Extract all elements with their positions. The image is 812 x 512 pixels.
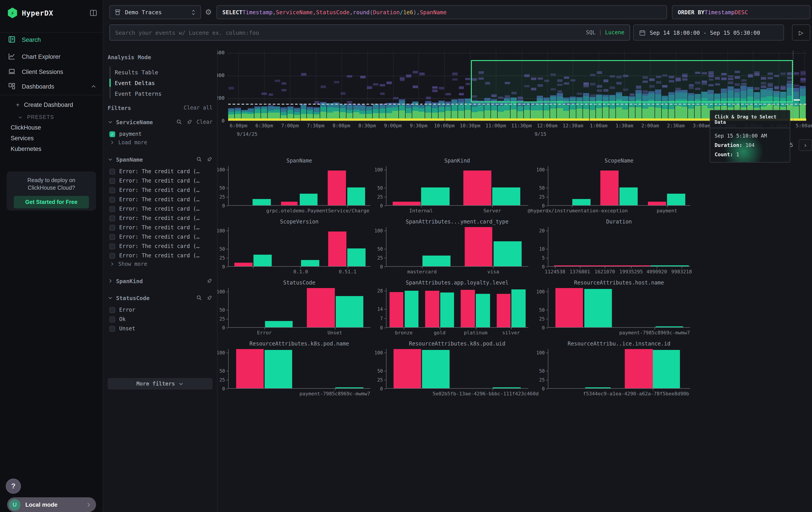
filter-group-name[interactable]: SpanKind	[116, 277, 143, 284]
chart-plot[interactable]	[386, 288, 528, 328]
filter-checkbox-row[interactable]: Error: The credit card (…	[109, 223, 213, 232]
checkbox[interactable]	[109, 307, 115, 313]
heatmap-cell	[452, 78, 458, 81]
filter-checkbox-row[interactable]: Error	[109, 305, 213, 314]
presets-toggle[interactable]: PRESETS	[0, 111, 103, 123]
time-range-picker[interactable]: Sep 14 18:00:00 - Sep 15 05:30:00	[633, 25, 784, 41]
filter-checkbox-row[interactable]: Error: The credit card (…	[109, 214, 213, 223]
search-icon[interactable]	[196, 156, 202, 162]
threshold-line[interactable]	[228, 104, 806, 104]
checkbox[interactable]	[109, 225, 115, 231]
divider	[0, 95, 103, 95]
pin-icon[interactable]	[206, 278, 212, 284]
x-tick-mark	[404, 328, 404, 329]
chevron-down-icon[interactable]	[108, 295, 113, 300]
y-tick-label: 5	[528, 255, 545, 261]
sql-mode-toggle[interactable]: SQL	[586, 29, 596, 36]
checkbox[interactable]	[109, 178, 115, 184]
chart-plot[interactable]	[228, 166, 371, 206]
pin-icon[interactable]	[206, 295, 212, 301]
order-by-input[interactable]: ORDER BY Timestamp DESC	[672, 5, 810, 19]
filter-group-name[interactable]: SpanName	[116, 156, 143, 163]
filter-checkbox-row[interactable]: Error: The credit card (…	[109, 167, 213, 176]
heatmap-cell	[380, 84, 385, 87]
create-dashboard-button[interactable]: + Create Dashboard	[0, 99, 103, 110]
filter-checkbox-row[interactable]: Error: The credit card (…	[109, 251, 213, 260]
heatmap-cell	[228, 109, 234, 111]
checkbox[interactable]: ✓	[109, 131, 115, 137]
checkbox[interactable]	[109, 206, 115, 212]
sidebar-preset-kubernetes[interactable]: Kubernetes	[0, 143, 103, 155]
heatmap-cell	[287, 110, 293, 114]
analysis-mode-event-deltas[interactable]: Event Deltas	[109, 78, 155, 88]
filter-checkbox-row[interactable]: Error: The credit card (…	[109, 195, 213, 204]
threshold-handle[interactable]	[794, 99, 800, 100]
search-icon[interactable]	[176, 119, 182, 125]
chevron-down-icon[interactable]	[108, 157, 113, 162]
chart-plot[interactable]	[548, 166, 690, 206]
selection-rectangle[interactable]	[471, 60, 793, 102]
sidebar-preset-services[interactable]: Services	[0, 132, 103, 144]
chart-plot[interactable]	[228, 227, 371, 267]
checkbox[interactable]	[109, 234, 115, 240]
sidebar-item-client-sessions[interactable]: Client Sessions	[0, 64, 103, 79]
chart-plot[interactable]	[228, 349, 371, 389]
run-query-button[interactable]: ▷	[792, 25, 810, 41]
sidebar-item-search[interactable]: Search	[0, 32, 103, 47]
sidebar-item-chart-explorer[interactable]: Chart Explorer	[0, 49, 103, 64]
filter-checkbox-row[interactable]: Error: The credit card (…	[109, 176, 213, 185]
load-more-link[interactable]: Load more	[109, 139, 147, 145]
filter-checkbox-row[interactable]: Error: The credit card (…	[109, 242, 213, 251]
next-page-button[interactable]: ›	[799, 139, 812, 151]
y-tick-label: 100	[366, 167, 383, 172]
checkbox[interactable]	[109, 326, 115, 331]
filter-checkbox-row[interactable]: ✓payment	[109, 130, 213, 138]
chevron-down-icon[interactable]	[108, 119, 113, 125]
filter-checkbox-row[interactable]: Error: The credit card (…	[109, 233, 213, 241]
checkbox[interactable]	[109, 253, 115, 259]
chart-plot[interactable]	[548, 288, 690, 328]
search-icon[interactable]	[196, 295, 202, 301]
filter-group-name[interactable]: StatusCode	[116, 295, 150, 301]
filter-group-name[interactable]: ServiceName	[116, 119, 153, 125]
more-filters-button[interactable]: More filters	[108, 378, 212, 389]
chevron-right-icon[interactable]	[108, 278, 113, 284]
filter-checkbox-row[interactable]: Error: The credit card (…	[109, 186, 213, 194]
lucene-mode-toggle[interactable]: Lucene	[605, 29, 624, 36]
chart-plot[interactable]	[548, 349, 690, 389]
checkbox[interactable]	[109, 168, 115, 174]
filter-checkbox-row[interactable]: Ok	[109, 315, 213, 324]
checkbox[interactable]	[109, 243, 115, 249]
checkbox[interactable]	[109, 187, 115, 193]
chart-plot[interactable]	[386, 166, 528, 206]
checkbox[interactable]	[109, 316, 115, 322]
get-started-button[interactable]: Get Started for Free	[14, 196, 89, 208]
filter-checkbox-row[interactable]: Error: The credit card (…	[109, 204, 213, 213]
chart-plot[interactable]	[386, 349, 528, 389]
analysis-mode-results-table[interactable]: Results Table	[109, 67, 158, 77]
pin-icon[interactable]	[186, 119, 193, 125]
heatmap-cell	[596, 108, 602, 118]
sidebar-preset-clickhouse[interactable]: ClickHouse	[0, 122, 103, 133]
checkbox[interactable]	[109, 215, 115, 221]
help-button[interactable]: ?	[6, 479, 21, 494]
chart-plot[interactable]	[386, 227, 528, 267]
pin-icon[interactable]	[206, 156, 212, 162]
chart-plot[interactable]	[548, 227, 690, 267]
select-query-input[interactable]: SELECT Timestamp, ServiceName, StatusCod…	[216, 5, 667, 19]
filter-checkbox-row[interactable]: Unset	[109, 324, 213, 333]
search-input[interactable]	[110, 29, 586, 36]
show-more-link[interactable]: Show more	[109, 261, 147, 267]
sidebar-collapse-icon[interactable]	[89, 9, 97, 17]
y-tick-mark	[546, 380, 548, 380]
source-select[interactable]: Demo Traces	[109, 5, 201, 19]
chart-plot[interactable]	[228, 288, 371, 328]
sidebar-item-dashboards[interactable]: Dashboards	[0, 79, 103, 94]
user-menu[interactable]: U Local mode	[7, 497, 96, 512]
checkbox[interactable]	[109, 196, 115, 203]
clear-filter-button[interactable]: Clear	[197, 119, 212, 125]
clear-all-filters[interactable]: Clear all	[184, 105, 212, 111]
chart-title: ScopeName	[548, 158, 690, 164]
gear-icon[interactable]: ⚙	[205, 7, 212, 17]
analysis-mode-event-patterns[interactable]: Event Patterns	[109, 89, 162, 99]
